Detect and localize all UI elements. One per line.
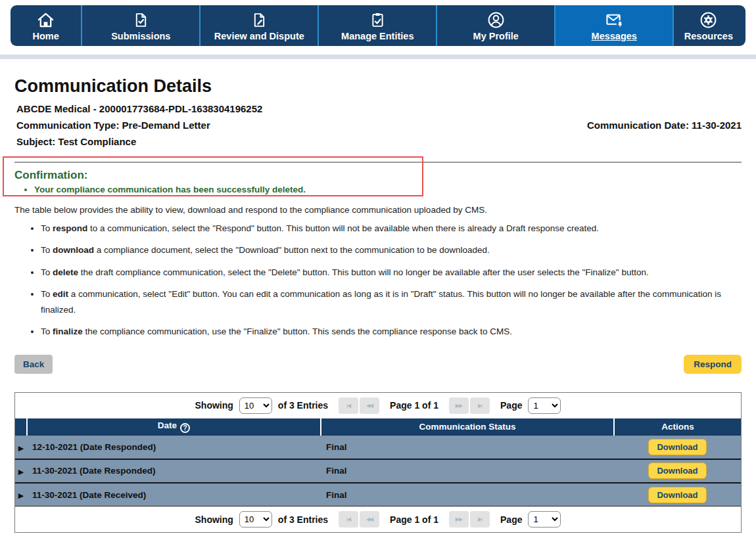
expand-row-icon[interactable]: ▶	[18, 444, 24, 452]
subject-line: Subject: Test Compliance	[14, 136, 742, 147]
table-header-row: Date? Communication Status Actions	[15, 418, 741, 436]
nav-tab-manage-entities[interactable]: Manage Entities	[318, 5, 436, 46]
top-navigation: Home Submissions Review and Dispute	[11, 5, 745, 46]
nav-tab-messages[interactable]: Messages	[554, 5, 673, 46]
download-button[interactable]: Download	[648, 487, 706, 503]
entries-label: of 3 Entries	[278, 400, 328, 411]
table-row[interactable]: ▶ 11-30-2021 (Date Received) Final Downl…	[15, 483, 741, 506]
confirmation-section: Confirmation: Your compliance communicat…	[14, 162, 742, 194]
home-icon	[37, 10, 55, 30]
nav-tab-submissions[interactable]: Submissions	[81, 5, 199, 46]
document-edit-icon	[251, 10, 268, 30]
page-title: Communication Details	[14, 76, 742, 97]
page-label: Page	[500, 400, 522, 411]
previous-page-button[interactable]: ◀◀	[360, 511, 379, 528]
entity-line: ABCDE Medical - 200001773684-PDL-1638304…	[14, 103, 742, 114]
page-number-select[interactable]: 1	[528, 397, 561, 414]
nav-tab-label: Resources	[684, 31, 733, 41]
last-page-button[interactable]: ▶|	[470, 511, 490, 528]
page-size-select[interactable]: 10	[239, 511, 272, 528]
expander-column-header	[15, 418, 27, 436]
expand-row-icon[interactable]: ▶	[18, 491, 24, 499]
next-page-button[interactable]: ▶▶	[449, 511, 469, 528]
row-date: 11-30-2021 (Date Responded)	[27, 459, 321, 483]
row-status: Final	[321, 483, 614, 506]
page-info: Page 1 of 1	[390, 400, 438, 411]
first-page-button[interactable]: |◀	[339, 397, 358, 414]
showing-label: Showing	[195, 400, 233, 411]
row-status: Final	[321, 459, 614, 483]
showing-label: Showing	[195, 514, 233, 525]
communications-table: Showing 10 of 3 Entries |◀ ◀◀ Page 1 of …	[14, 392, 742, 533]
instruction-delete: To delete the draft compliance communica…	[41, 265, 742, 281]
nav-divider-band	[0, 55, 756, 59]
row-status: Final	[321, 436, 614, 459]
nav-tab-resources[interactable]: Resources	[673, 5, 743, 46]
pagination-bottom: Showing 10 of 3 Entries |◀ ◀◀ Page 1 of …	[15, 506, 741, 532]
nav-tab-my-profile[interactable]: My Profile	[436, 5, 554, 46]
nav-tab-home[interactable]: Home	[11, 5, 81, 46]
instructions-intro: The table below provides the ability to …	[14, 205, 742, 215]
table-row[interactable]: ▶ 12-10-2021 (Date Responded) Final Down…	[15, 436, 741, 459]
profile-icon	[487, 10, 505, 30]
download-button[interactable]: Download	[648, 462, 706, 479]
nav-tab-review-and-dispute[interactable]: Review and Dispute	[199, 5, 318, 46]
envelope-bell-icon	[605, 10, 624, 30]
section-divider	[14, 162, 742, 163]
instruction-finalize: To finalize the compliance communication…	[41, 324, 742, 340]
nav-tab-label: Review and Dispute	[214, 31, 304, 41]
instruction-edit: To edit a communication, select "Edit" b…	[41, 286, 742, 319]
back-button[interactable]: Back	[14, 355, 53, 374]
actions-column-header: Actions	[614, 418, 741, 436]
page-number-select[interactable]: 1	[528, 511, 561, 528]
confirmation-heading: Confirmation:	[14, 169, 742, 182]
clipboard-check-icon	[369, 10, 386, 30]
status-column-header: Communication Status	[321, 418, 614, 436]
communication-date: Communication Date: 11-30-2021	[585, 120, 742, 131]
main-content: Communication Details ABCDE Medical - 20…	[0, 76, 756, 533]
communication-type: Communication Type: Pre-Demand Letter	[14, 120, 210, 131]
page-info: Page 1 of 1	[390, 514, 438, 525]
page-size-select[interactable]: 10	[239, 397, 272, 414]
expand-row-icon[interactable]: ▶	[18, 468, 24, 476]
row-date: 11-30-2021 (Date Received)	[27, 483, 321, 506]
nav-tab-label: Home	[33, 31, 59, 41]
nav-tab-label: Manage Entities	[341, 31, 413, 41]
table-row[interactable]: ▶ 11-30-2021 (Date Responded) Final Down…	[15, 459, 741, 483]
page-label: Page	[500, 514, 522, 525]
instruction-download: To download a compliance document, selec…	[41, 242, 742, 258]
nav-tab-label: Messages	[592, 31, 637, 41]
confirmation-message: Your compliance communication has been s…	[34, 185, 742, 194]
first-page-button[interactable]: |◀	[339, 511, 358, 528]
date-column-header: Date?	[27, 418, 321, 436]
next-page-button[interactable]: ▶▶	[449, 397, 469, 414]
instruction-respond: To respond to a communication, select th…	[41, 221, 742, 236]
previous-page-button[interactable]: ◀◀	[360, 397, 379, 414]
help-icon[interactable]: ?	[180, 423, 190, 433]
pagination-top: Showing 10 of 3 Entries |◀ ◀◀ Page 1 of …	[15, 393, 741, 418]
nav-tab-label: Submissions	[111, 31, 170, 41]
respond-button[interactable]: Respond	[684, 355, 742, 374]
gear-icon	[699, 10, 717, 30]
document-check-icon	[133, 10, 149, 30]
last-page-button[interactable]: ▶|	[470, 397, 490, 414]
download-button[interactable]: Download	[648, 439, 706, 455]
instructions-list: To respond to a communication, select th…	[41, 221, 742, 340]
nav-tab-label: My Profile	[473, 31, 519, 41]
row-date: 12-10-2021 (Date Responded)	[27, 436, 321, 459]
entries-label: of 3 Entries	[278, 514, 328, 525]
